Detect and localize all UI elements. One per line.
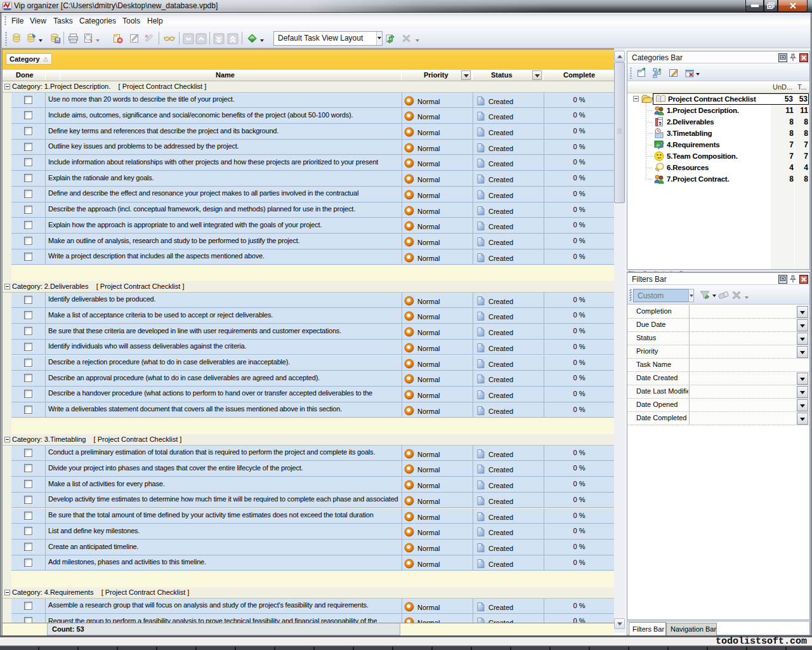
svg-text:5: 5 [658, 121, 662, 126]
